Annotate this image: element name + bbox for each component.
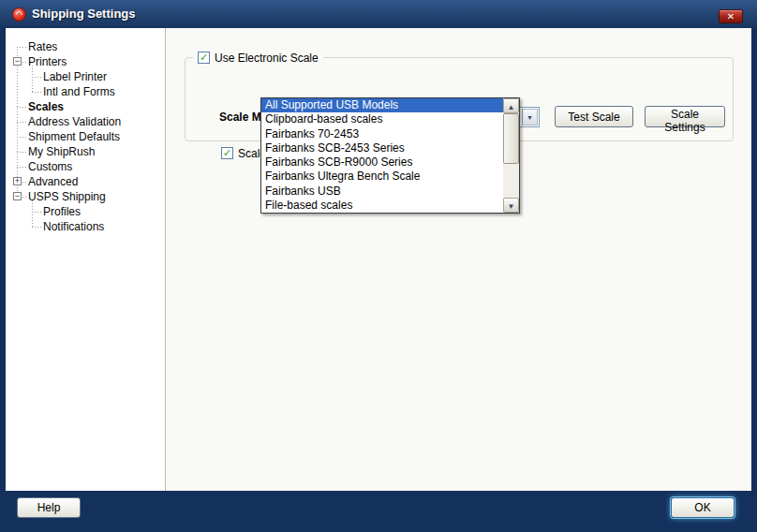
- dropdown-option-file-based-scales[interactable]: File-based scales: [261, 199, 503, 213]
- sidebar-item-label-printer[interactable]: Label Printer: [7, 69, 165, 84]
- close-icon: ✕: [727, 11, 735, 22]
- combobox-dropdown-button[interactable]: ▼: [522, 109, 538, 126]
- main-panel: ✓ Use Electronic Scale Scale Model All S…: [165, 28, 751, 491]
- sidebar-item-label: Rates: [28, 40, 57, 53]
- scroll-up-button[interactable]: ▲: [503, 98, 519, 113]
- sidebar-item-label: Notifications: [43, 220, 104, 233]
- sidebar-item-label: Label Printer: [43, 70, 107, 83]
- use-electronic-scale-label: Use Electronic Scale: [215, 52, 319, 65]
- sidebar-item-advanced[interactable]: +Advanced: [7, 174, 165, 189]
- collapse-icon[interactable]: −: [13, 192, 22, 200]
- dropdown-option-fairbanks-scb-r9000-series[interactable]: Fairbanks SCB-R9000 Series: [261, 155, 503, 170]
- dropdown-option-all-supported-usb-models[interactable]: All Supported USB Models: [261, 98, 503, 112]
- scroll-up-icon: ▲: [508, 103, 515, 111]
- chevron-down-icon: ▼: [527, 114, 533, 121]
- dropdown-scrollbar[interactable]: ▲ ▼: [503, 98, 519, 213]
- close-button[interactable]: ✕: [719, 9, 743, 23]
- dropdown-options: All Supported USB ModelsClipboard-based …: [261, 98, 503, 213]
- sidebar-item-rates[interactable]: Rates: [7, 39, 165, 54]
- sidebar-item-label: Shipment Defaults: [28, 130, 120, 143]
- checkmark-icon: ✓: [200, 52, 208, 64]
- scale-weight-checkbox[interactable]: ✓: [221, 147, 233, 159]
- scrollbar-thumb[interactable]: [503, 113, 519, 164]
- sidebar-item-shipment-defaults[interactable]: Shipment Defaults: [7, 129, 165, 144]
- scroll-down-icon: ▼: [508, 202, 515, 211]
- window-title: Shipping Settings: [32, 0, 136, 28]
- sidebar-item-intl-and-forms[interactable]: Intl and Forms: [7, 84, 165, 99]
- dropdown-option-clipboard-based-scales[interactable]: Clipboard-based scales: [261, 112, 503, 126]
- sidebar-item-label: Scales: [28, 100, 64, 113]
- collapse-icon[interactable]: −: [13, 57, 22, 66]
- sidebar-item-label: USPS Shipping: [28, 190, 106, 203]
- scale-settings-button[interactable]: Scale Settings: [645, 106, 725, 127]
- ok-button[interactable]: OK: [671, 497, 735, 518]
- sidebar-item-my-shiprush[interactable]: My ShipRush: [7, 144, 165, 159]
- use-electronic-scale-checkbox[interactable]: ✓: [198, 52, 210, 64]
- sidebar-item-label: Intl and Forms: [43, 85, 115, 98]
- dropdown-option-fairbanks-scb-2453-series[interactable]: Fairbanks SCB-2453 Series: [261, 141, 503, 155]
- sidebar-tree: Rates−PrintersLabel PrinterIntl and Form…: [7, 28, 165, 491]
- scroll-down-button[interactable]: ▼: [503, 198, 519, 213]
- footer: Help OK: [0, 491, 757, 532]
- shipping-settings-window: Shipping Settings ✕ Rates−PrintersLabel …: [0, 0, 757, 532]
- sidebar-item-label: My ShipRush: [28, 145, 95, 158]
- checkmark-icon: ✓: [223, 147, 231, 159]
- expand-icon[interactable]: +: [13, 177, 22, 185]
- sidebar-item-label: Customs: [28, 160, 72, 173]
- sidebar-item-label: Profiles: [43, 205, 81, 218]
- sidebar-item-label: Address Validation: [28, 115, 121, 128]
- sidebar-item-usps-shipping[interactable]: −USPS Shipping: [7, 189, 165, 204]
- dialog-body: Rates−PrintersLabel PrinterIntl and Form…: [6, 28, 751, 491]
- sidebar-item-label: Printers: [28, 55, 67, 68]
- test-scale-button[interactable]: Test Scale: [555, 106, 633, 127]
- group-legend: ✓ Use Electronic Scale: [193, 51, 323, 65]
- sidebar-item-address-validation[interactable]: Address Validation: [7, 114, 165, 129]
- sidebar-item-notifications[interactable]: Notifications: [7, 219, 165, 234]
- sidebar-item-label: Advanced: [28, 175, 78, 188]
- app-logo-swoosh: [15, 10, 24, 20]
- sidebar-item-printers[interactable]: −Printers: [7, 54, 165, 69]
- dropdown-option-fairbanks-usb[interactable]: Fairbanks USB: [261, 185, 503, 199]
- dropdown-option-fairbanks-ultegra-bench-scale[interactable]: Fairbanks Ultegra Bench Scale: [261, 170, 503, 184]
- app-icon: [12, 7, 26, 22]
- sidebar-item-profiles[interactable]: Profiles: [7, 204, 165, 219]
- dropdown-option-fairbanks-70-2453[interactable]: Fairbanks 70-2453: [261, 127, 503, 141]
- help-button[interactable]: Help: [17, 497, 81, 518]
- titlebar: Shipping Settings ✕: [0, 0, 757, 28]
- tree-rows: Rates−PrintersLabel PrinterIntl and Form…: [7, 28, 165, 234]
- sidebar-item-customs[interactable]: Customs: [7, 159, 165, 174]
- sidebar-item-scales[interactable]: Scales: [7, 99, 165, 114]
- scale-model-dropdown-list: All Supported USB ModelsClipboard-based …: [260, 97, 520, 214]
